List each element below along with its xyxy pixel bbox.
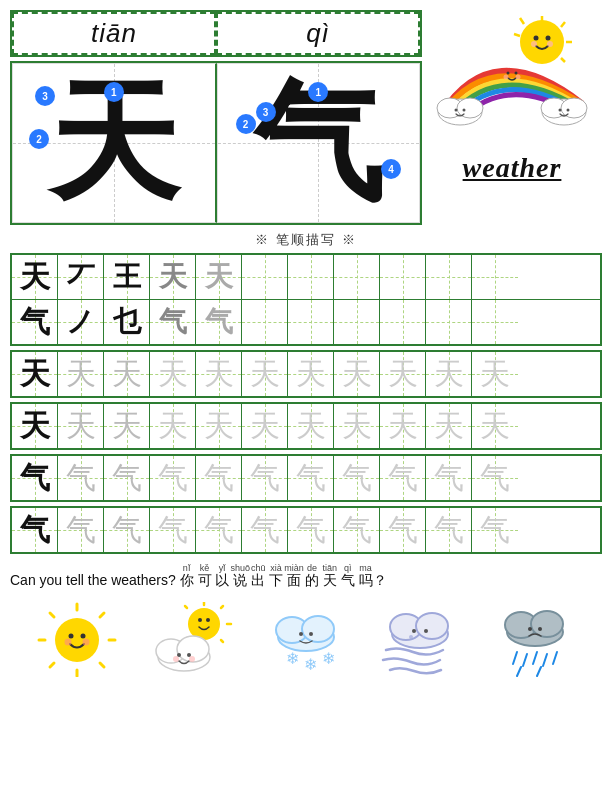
char-cell-qi: 1 2 3 4 气 bbox=[217, 63, 421, 223]
svg-point-18 bbox=[457, 98, 483, 118]
pc-qi-e2 bbox=[288, 300, 334, 344]
pb3-1: 天 bbox=[58, 404, 104, 448]
wind-icon-wrap bbox=[375, 599, 465, 679]
ruby-mian: 面miàn bbox=[287, 572, 301, 588]
pb2-1: 天 bbox=[58, 352, 104, 396]
svg-line-34 bbox=[50, 613, 54, 617]
pb2-10: 天 bbox=[472, 352, 518, 396]
ruby-yi: 以yǐ bbox=[215, 572, 229, 588]
pc-tian-s2: 王 bbox=[104, 255, 150, 299]
pinyin-qi: qì bbox=[216, 12, 420, 55]
pb5-8: 气 bbox=[380, 508, 426, 552]
svg-point-46 bbox=[206, 618, 210, 622]
pb3-10: 天 bbox=[472, 404, 518, 448]
svg-line-32 bbox=[50, 663, 54, 667]
pc-qi-e1 bbox=[242, 300, 288, 344]
pc-qi-s4: 气 bbox=[196, 300, 242, 344]
pb5-0: 气 bbox=[12, 508, 58, 552]
svg-point-4 bbox=[547, 41, 553, 47]
svg-point-12 bbox=[507, 72, 510, 75]
pb2-3: 天 bbox=[150, 352, 196, 396]
pb4-8: 气 bbox=[380, 456, 426, 500]
svg-point-58 bbox=[309, 632, 313, 636]
pinyin-tian: tiān bbox=[12, 12, 216, 55]
svg-point-23 bbox=[561, 98, 587, 118]
svg-point-64 bbox=[416, 613, 448, 639]
svg-point-45 bbox=[198, 618, 202, 622]
ruby-chu: 出chū bbox=[251, 572, 265, 588]
svg-point-2 bbox=[546, 36, 551, 41]
pb3-4: 天 bbox=[196, 404, 242, 448]
top-section: tiān qì 1 2 3 4 天 1 2 3 4 气 bbox=[0, 0, 612, 225]
pb5-6: 气 bbox=[288, 508, 334, 552]
question-text: Can you tell the weathers? 你nǐ 可kě 以yǐ 说… bbox=[10, 564, 602, 591]
pc-qi-s3: 气 bbox=[150, 300, 196, 344]
pc-qi-e4 bbox=[380, 300, 426, 344]
svg-point-3 bbox=[531, 41, 537, 47]
svg-line-9 bbox=[520, 18, 524, 24]
stroke-order-row-tian: 天 丆 王 天 天 bbox=[12, 255, 600, 300]
practice-section: 天 丆 王 天 天 气 ノ 乜 气 气 天 天 bbox=[0, 253, 612, 554]
pb3-2: 天 bbox=[104, 404, 150, 448]
svg-point-25 bbox=[567, 109, 570, 112]
svg-point-15 bbox=[516, 75, 521, 80]
dot-qi-4: 4 bbox=[381, 159, 401, 179]
stroke-order-row-qi: 气 ノ 乜 气 气 bbox=[12, 300, 600, 344]
pb3-0: 天 bbox=[12, 404, 58, 448]
svg-point-0 bbox=[520, 20, 564, 64]
char-row: 1 2 3 4 天 1 2 3 4 气 bbox=[10, 61, 422, 225]
svg-point-70 bbox=[531, 611, 563, 637]
rain-icon bbox=[495, 602, 575, 677]
stroke-label: ※ 笔顺描写 ※ bbox=[0, 231, 612, 249]
pb2-7: 天 bbox=[334, 352, 380, 396]
practice-block-qi-1: 气 气 气 气 气 气 气 气 气 气 气 bbox=[10, 454, 602, 502]
svg-line-77 bbox=[553, 652, 557, 664]
pb2-8: 天 bbox=[380, 352, 426, 396]
svg-text:❄: ❄ bbox=[322, 650, 335, 667]
pb2-4: 天 bbox=[196, 352, 242, 396]
right-col: weather bbox=[422, 10, 602, 225]
pb5-2: 气 bbox=[104, 508, 150, 552]
svg-point-65 bbox=[412, 629, 416, 633]
pb4-3: 气 bbox=[150, 456, 196, 500]
pb4-4: 气 bbox=[196, 456, 242, 500]
svg-point-14 bbox=[504, 75, 509, 80]
pinyin-row: tiān qì bbox=[10, 10, 422, 57]
svg-point-50 bbox=[177, 653, 181, 657]
pc-tian-e1 bbox=[242, 255, 288, 299]
pc-tian-s1: 丆 bbox=[58, 255, 104, 299]
partly-cloudy-icon-wrap bbox=[147, 599, 237, 679]
svg-point-37 bbox=[65, 638, 72, 645]
pb5-9: 气 bbox=[426, 508, 472, 552]
weather-icons-row: ❄ ❄ ❄ bbox=[10, 599, 602, 679]
dot-2: 2 bbox=[29, 129, 49, 149]
pc-qi-s1: ノ bbox=[58, 300, 104, 344]
pc-tian-e3 bbox=[334, 255, 380, 299]
ruby-xia: 下xià bbox=[269, 572, 283, 588]
svg-point-56 bbox=[302, 616, 334, 642]
ruby-ni: 你nǐ bbox=[180, 572, 194, 588]
pb2-6: 天 bbox=[288, 352, 334, 396]
svg-point-26 bbox=[55, 618, 99, 662]
pc-tian-e4 bbox=[380, 255, 426, 299]
svg-line-74 bbox=[523, 654, 527, 666]
dot-qi-3: 3 bbox=[256, 102, 276, 122]
pb2-2: 天 bbox=[104, 352, 150, 396]
ruby-ke: 可kě bbox=[198, 572, 212, 588]
pc-tian-e2 bbox=[288, 255, 334, 299]
svg-point-24 bbox=[559, 109, 562, 112]
pinyin-chars-col: tiān qì 1 2 3 4 天 1 2 3 4 气 bbox=[10, 10, 422, 225]
svg-point-72 bbox=[538, 627, 542, 631]
pb3-6: 天 bbox=[288, 404, 334, 448]
practice-block-qi-2: 气 气 气 气 气 气 气 气 气 气 气 bbox=[10, 506, 602, 554]
sun-icon-wrap bbox=[32, 599, 122, 679]
pb4-6: 气 bbox=[288, 456, 334, 500]
rain-icon-wrap bbox=[490, 599, 580, 679]
svg-point-67 bbox=[409, 635, 413, 639]
svg-line-43 bbox=[221, 640, 223, 642]
pc-qi-0: 气 bbox=[12, 300, 58, 344]
svg-point-57 bbox=[299, 632, 303, 636]
pb4-7: 气 bbox=[334, 456, 380, 500]
stroke-order-block-1: 天 丆 王 天 天 气 ノ 乜 气 气 bbox=[10, 253, 602, 346]
snow-icon: ❄ ❄ ❄ bbox=[266, 602, 346, 677]
